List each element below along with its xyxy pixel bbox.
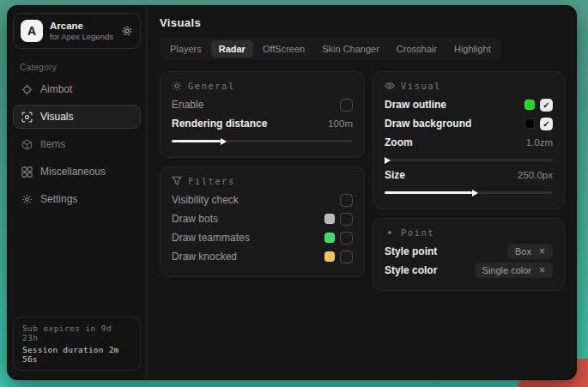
size-label: Size <box>385 169 405 181</box>
tab-radar[interactable]: Radar <box>211 40 253 57</box>
sidebar-item-label: Visuals <box>40 111 73 123</box>
visibility-check-checkbox[interactable] <box>340 194 353 207</box>
rendering-distance-row: Rendering distance 100m <box>172 114 353 133</box>
sidebar-item-label: Settings <box>40 193 77 205</box>
crosshair-icon <box>21 84 33 95</box>
tab-players[interactable]: Players <box>162 40 209 57</box>
panel-filters: Filters Visibility check Draw bots <box>160 166 365 277</box>
draw-teammates-checkbox[interactable] <box>340 232 353 245</box>
sun-icon <box>172 81 182 91</box>
tab-skin-changer[interactable]: Skin Changer <box>314 40 387 57</box>
draw-bots-color-swatch[interactable] <box>324 214 335 224</box>
zoom-slider[interactable] <box>385 159 553 161</box>
dot-icon <box>385 227 395 238</box>
app-title-block: Arcane for Apex Legends <box>50 20 114 42</box>
subscription-info: Sub expires in 9d 23h Session duration 2… <box>13 317 141 371</box>
panel-general: General Enable Rendering distance 100m <box>160 71 365 158</box>
app-window: A Arcane for Apex Legends Category Aimbo… <box>7 5 577 380</box>
style-color-select[interactable]: Single color × <box>475 263 554 278</box>
tab-bar: Players Radar OffScreen Skin Changer Cro… <box>160 38 501 60</box>
draw-teammates-color-swatch[interactable] <box>324 233 335 243</box>
panel-title: Filters <box>188 176 235 186</box>
draw-outline-color-swatch[interactable] <box>524 100 535 110</box>
sidebar-item-settings[interactable]: Settings <box>13 187 141 211</box>
draw-outline-label: Draw outline <box>385 99 446 111</box>
style-point-select[interactable]: Box × <box>507 244 553 259</box>
tab-crosshair[interactable]: Crosshair <box>389 40 445 57</box>
content-grid: General Enable Rendering distance 100m <box>160 71 565 291</box>
style-color-label: Style color <box>385 264 437 276</box>
settings-icon[interactable] <box>121 25 133 37</box>
category-label: Category <box>20 63 134 72</box>
draw-bots-checkbox[interactable] <box>340 213 353 226</box>
session-duration-text: Session duration 2m 56s <box>22 345 131 364</box>
app-logo: A <box>21 20 43 42</box>
tab-highlight[interactable]: Highlight <box>446 40 499 57</box>
rendering-distance-value: 100m <box>328 118 353 129</box>
sidebar-item-label: Miscellaneous <box>40 166 106 178</box>
draw-outline-checkbox[interactable] <box>540 99 553 112</box>
zoom-label: Zoom <box>385 136 413 148</box>
size-value: 250.0px <box>518 170 553 180</box>
style-color-value: Single color <box>482 265 531 275</box>
gear-icon <box>21 194 33 205</box>
draw-teammates-row: Draw teammates <box>172 228 353 247</box>
page-title: Visuals <box>155 16 565 29</box>
panel-title: General <box>188 81 235 91</box>
style-point-value: Box <box>515 246 531 257</box>
zoom-value: 1.0zm <box>526 137 553 148</box>
visibility-check-label: Visibility check <box>172 194 239 206</box>
panel-point: Point Style point Box × Style color Sing… <box>373 218 565 291</box>
grid-icon <box>21 166 33 178</box>
slider-fill <box>385 191 472 194</box>
close-icon[interactable]: × <box>539 246 545 257</box>
eye-target-icon <box>21 112 33 123</box>
sidebar-item-label: Items <box>40 138 65 150</box>
cube-icon <box>21 139 33 150</box>
enable-row: Enable <box>172 95 353 114</box>
draw-background-checkbox[interactable] <box>540 118 553 130</box>
close-icon[interactable]: × <box>539 265 545 275</box>
visibility-check-row: Visibility check <box>172 190 353 209</box>
zoom-row: Zoom 1.0zm <box>385 133 553 152</box>
main-area: Visuals Players Radar OffScreen Skin Cha… <box>147 6 576 379</box>
draw-background-label: Draw background <box>385 118 471 130</box>
panel-title: Point <box>401 227 434 238</box>
tab-offscreen[interactable]: OffScreen <box>255 40 312 57</box>
draw-bots-row: Draw bots <box>172 209 353 228</box>
draw-bots-label: Draw bots <box>172 213 218 225</box>
draw-knocked-checkbox[interactable] <box>340 251 353 263</box>
sidebar-item-aimbot[interactable]: Aimbot <box>13 77 141 101</box>
enable-checkbox[interactable] <box>340 99 353 112</box>
app-header: A Arcane for Apex Legends <box>13 13 141 49</box>
app-subtitle: for Apex Legends <box>50 32 114 42</box>
sidebar-item-miscellaneous[interactable]: Miscellaneous <box>13 160 141 184</box>
draw-background-row: Draw background <box>385 114 553 133</box>
app-title: Arcane <box>50 20 114 32</box>
sidebar: A Arcane for Apex Legends Category Aimbo… <box>8 6 147 379</box>
style-point-row: Style point Box × <box>385 242 553 261</box>
funnel-icon <box>172 176 182 186</box>
draw-outline-row: Draw outline <box>385 95 553 114</box>
sidebar-item-items[interactable]: Items <box>13 132 141 156</box>
eye-icon <box>385 81 395 91</box>
draw-knocked-label: Draw knocked <box>172 251 237 263</box>
style-color-row: Style color Single color × <box>385 261 553 280</box>
sub-expiry-text: Sub expires in 9d 23h <box>22 324 131 342</box>
draw-knocked-color-swatch[interactable] <box>324 251 335 262</box>
rendering-distance-label: Rendering distance <box>172 118 267 130</box>
style-point-label: Style point <box>385 245 437 257</box>
sidebar-item-label: Aimbot <box>40 83 72 95</box>
enable-label: Enable <box>172 99 203 111</box>
sidebar-nav: Aimbot Visuals Items <box>8 76 146 213</box>
size-row: Size 250.0px <box>385 166 553 184</box>
size-slider[interactable] <box>385 191 553 194</box>
draw-teammates-label: Draw teammates <box>172 232 250 244</box>
panel-visual: Visual Draw outline Draw background <box>373 71 565 209</box>
rendering-distance-slider[interactable] <box>172 140 353 142</box>
panel-title: Visual <box>401 81 441 91</box>
slider-fill <box>172 140 221 142</box>
draw-background-color-swatch[interactable] <box>524 118 535 129</box>
draw-knocked-row: Draw knocked <box>172 247 353 266</box>
sidebar-item-visuals[interactable]: Visuals <box>13 105 141 129</box>
